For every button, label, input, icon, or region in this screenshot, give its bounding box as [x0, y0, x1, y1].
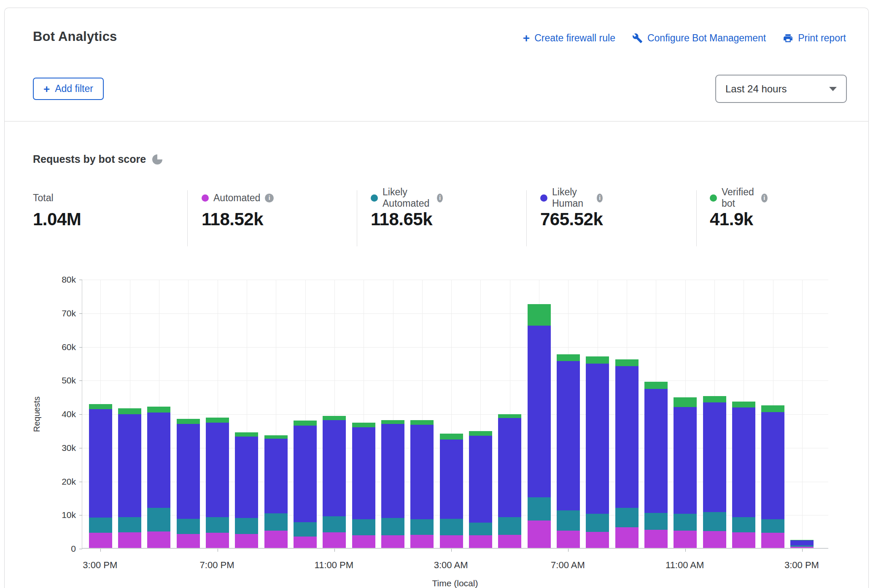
- bar-10-00-am[interactable]: [644, 382, 668, 548]
- bar-segment-verified-bot[interactable]: [177, 419, 200, 424]
- bar-segment-likely-automated[interactable]: [147, 508, 170, 531]
- bar-segment-likely-human[interactable]: [644, 389, 668, 513]
- bar-segment-automated[interactable]: [732, 532, 755, 548]
- bar-segment-verified-bot[interactable]: [118, 408, 141, 414]
- bar-4-00-pm[interactable]: [118, 408, 141, 548]
- bar-segment-likely-automated[interactable]: [118, 517, 141, 532]
- bar-3-00-pm[interactable]: [790, 540, 814, 548]
- time-range-select[interactable]: Last 24 hours: [715, 75, 847, 103]
- bar-segment-likely-human[interactable]: [381, 424, 404, 518]
- bar-8-00-am[interactable]: [586, 356, 609, 548]
- bar-segment-verified-bot[interactable]: [528, 304, 551, 326]
- bar-segment-automated[interactable]: [264, 531, 288, 548]
- bar-segment-likely-automated[interactable]: [732, 517, 755, 532]
- bar-segment-likely-human[interactable]: [147, 413, 170, 508]
- bar-segment-verified-bot[interactable]: [323, 416, 346, 420]
- bar-segment-verified-bot[interactable]: [732, 402, 755, 407]
- bar-5-00-pm[interactable]: [147, 407, 170, 548]
- bar-segment-automated[interactable]: [644, 530, 668, 548]
- bar-segment-verified-bot[interactable]: [264, 435, 288, 439]
- bar-6-00-pm[interactable]: [177, 419, 200, 548]
- bar-segment-likely-human[interactable]: [586, 364, 609, 514]
- bar-segment-automated[interactable]: [557, 531, 580, 548]
- bar-segment-likely-automated[interactable]: [264, 513, 288, 531]
- bar-segment-likely-automated[interactable]: [235, 518, 258, 534]
- bar-segment-automated[interactable]: [528, 521, 551, 548]
- bar-segment-likely-human[interactable]: [528, 326, 551, 498]
- bar-segment-verified-bot[interactable]: [352, 423, 375, 427]
- bar-segment-automated[interactable]: [147, 531, 170, 548]
- bar-2-00-pm[interactable]: [761, 405, 784, 548]
- bar-segment-likely-automated[interactable]: [528, 497, 551, 520]
- bar-segment-verified-bot[interactable]: [586, 356, 609, 364]
- bar-segment-verified-bot[interactable]: [674, 397, 697, 407]
- bar-segment-likely-human[interactable]: [294, 426, 317, 523]
- bar-segment-automated[interactable]: [410, 535, 434, 548]
- bar-segment-likely-human[interactable]: [352, 427, 375, 520]
- bar-segment-likely-human[interactable]: [206, 423, 229, 517]
- bar-segment-verified-bot[interactable]: [557, 354, 580, 361]
- bar-9-00-am[interactable]: [615, 359, 639, 548]
- bar-4-00-am[interactable]: [469, 431, 492, 548]
- bar-segment-likely-automated[interactable]: [761, 519, 784, 533]
- bar-segment-verified-bot[interactable]: [294, 421, 317, 426]
- bar-segment-likely-automated[interactable]: [323, 516, 346, 532]
- bar-segment-automated[interactable]: [206, 533, 229, 548]
- bar-11-00-am[interactable]: [674, 397, 697, 548]
- bar-2-00-am[interactable]: [410, 420, 434, 548]
- bar-segment-likely-human[interactable]: [557, 361, 580, 510]
- bar-segment-likely-human[interactable]: [89, 409, 112, 518]
- bar-segment-likely-human[interactable]: [323, 420, 346, 516]
- bar-7-00-pm[interactable]: [206, 418, 229, 548]
- bar-segment-likely-human[interactable]: [498, 418, 521, 517]
- bar-segment-likely-human[interactable]: [761, 412, 784, 519]
- bar-segment-likely-automated[interactable]: [498, 517, 521, 534]
- bar-segment-likely-automated[interactable]: [89, 518, 112, 533]
- bar-segment-automated[interactable]: [440, 535, 463, 548]
- bar-12-00-pm[interactable]: [703, 396, 726, 548]
- bar-segment-verified-bot[interactable]: [761, 405, 784, 412]
- bar-segment-likely-human[interactable]: [469, 436, 492, 523]
- bar-12-00-am[interactable]: [352, 423, 375, 548]
- bar-segment-likely-human[interactable]: [790, 540, 814, 546]
- bar-segment-likely-automated[interactable]: [644, 513, 668, 530]
- bar-6-00-am[interactable]: [528, 304, 551, 548]
- bar-11-00-pm[interactable]: [323, 416, 346, 548]
- bar-segment-likely-human[interactable]: [732, 407, 755, 518]
- bar-segment-likely-human[interactable]: [674, 407, 697, 514]
- bar-segment-likely-automated[interactable]: [440, 519, 463, 535]
- bar-segment-likely-human[interactable]: [440, 440, 463, 518]
- bar-segment-automated[interactable]: [586, 532, 609, 548]
- bar-9-00-pm[interactable]: [264, 435, 288, 548]
- bar-1-00-pm[interactable]: [732, 402, 755, 548]
- configure-bot-management-link[interactable]: Configure Bot Management: [632, 32, 766, 44]
- bar-segment-automated[interactable]: [118, 532, 141, 548]
- bar-segment-verified-bot[interactable]: [469, 431, 492, 436]
- bar-segment-automated[interactable]: [469, 535, 492, 548]
- info-icon[interactable]: i: [437, 194, 443, 202]
- bar-segment-automated[interactable]: [790, 547, 814, 548]
- bar-segment-automated[interactable]: [381, 535, 404, 548]
- info-icon[interactable]: i: [597, 194, 603, 202]
- bar-segment-verified-bot[interactable]: [644, 382, 668, 389]
- bar-segment-verified-bot[interactable]: [206, 418, 229, 423]
- bar-segment-likely-human[interactable]: [177, 424, 200, 519]
- bar-segment-likely-automated[interactable]: [206, 517, 229, 533]
- bar-segment-likely-automated[interactable]: [177, 519, 200, 534]
- bar-5-00-am[interactable]: [498, 414, 521, 548]
- bar-7-00-am[interactable]: [557, 354, 580, 548]
- bar-segment-automated[interactable]: [323, 532, 346, 548]
- bar-segment-likely-automated[interactable]: [410, 519, 434, 535]
- bar-segment-automated[interactable]: [294, 537, 317, 548]
- bar-segment-likely-automated[interactable]: [557, 510, 580, 531]
- bar-segment-likely-automated[interactable]: [615, 508, 639, 527]
- bar-segment-likely-human[interactable]: [410, 425, 434, 519]
- info-icon[interactable]: i: [265, 194, 274, 202]
- bar-segment-likely-automated[interactable]: [703, 512, 726, 531]
- bar-10-00-pm[interactable]: [294, 421, 317, 548]
- bar-segment-likely-automated[interactable]: [294, 522, 317, 536]
- bar-segment-verified-bot[interactable]: [147, 407, 170, 413]
- bar-segment-likely-automated[interactable]: [586, 514, 609, 531]
- bar-segment-verified-bot[interactable]: [381, 420, 404, 424]
- bar-3-00-pm[interactable]: [89, 404, 112, 548]
